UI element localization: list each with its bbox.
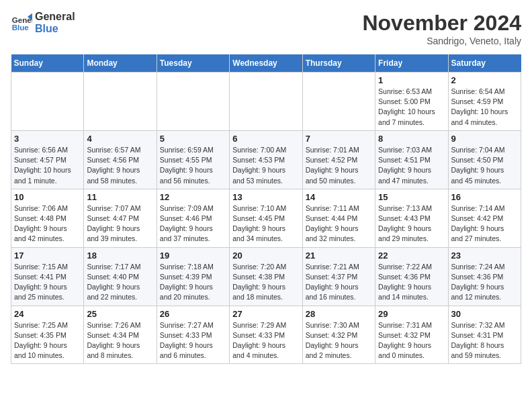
day-info: Sunrise: 7:15 AM Sunset: 4:41 PM Dayligh… [14, 262, 81, 303]
day-number: 25 [87, 309, 153, 319]
day-number: 27 [232, 309, 299, 319]
page-header: General Blue General Blue November 2024 … [11, 11, 521, 46]
day-info: Sunrise: 7:10 AM Sunset: 4:45 PM Dayligh… [232, 203, 299, 244]
calendar-cell: 26Sunrise: 7:27 AM Sunset: 4:33 PM Dayli… [157, 306, 229, 364]
day-number: 22 [378, 250, 445, 261]
calendar-cell: 14Sunrise: 7:11 AM Sunset: 4:44 PM Dayli… [302, 189, 375, 247]
logo-icon: General Blue [11, 12, 32, 34]
calendar-cell: 11Sunrise: 7:07 AM Sunset: 4:47 PM Dayli… [84, 189, 157, 247]
calendar-cell: 21Sunrise: 7:21 AM Sunset: 4:37 PM Dayli… [302, 247, 375, 306]
calendar-cell: 1Sunrise: 6:53 AM Sunset: 5:00 PM Daylig… [375, 73, 448, 131]
calendar-week-row: 10Sunrise: 7:06 AM Sunset: 4:48 PM Dayli… [11, 189, 521, 247]
weekday-header: Thursday [302, 54, 375, 73]
day-info: Sunrise: 7:27 AM Sunset: 4:33 PM Dayligh… [160, 320, 226, 361]
calendar-cell [302, 73, 375, 131]
month-title: November 2024 [362, 11, 521, 36]
day-info: Sunrise: 7:13 AM Sunset: 4:43 PM Dayligh… [378, 203, 445, 244]
calendar-table: SundayMondayTuesdayWednesdayThursdayFrid… [11, 54, 521, 364]
weekday-header: Sunday [11, 54, 84, 73]
calendar-cell: 24Sunrise: 7:25 AM Sunset: 4:35 PM Dayli… [11, 306, 84, 364]
day-info: Sunrise: 6:59 AM Sunset: 4:55 PM Dayligh… [160, 145, 226, 186]
svg-text:Blue: Blue [12, 24, 30, 32]
calendar-cell: 7Sunrise: 7:01 AM Sunset: 4:52 PM Daylig… [302, 130, 375, 189]
day-number: 19 [160, 250, 226, 261]
day-info: Sunrise: 7:32 AM Sunset: 4:31 PM Dayligh… [451, 320, 518, 361]
weekday-header: Monday [84, 54, 157, 73]
calendar-cell: 18Sunrise: 7:17 AM Sunset: 4:40 PM Dayli… [84, 247, 157, 306]
calendar-cell: 20Sunrise: 7:20 AM Sunset: 4:38 PM Dayli… [230, 247, 302, 306]
day-number: 14 [306, 192, 372, 202]
day-info: Sunrise: 7:00 AM Sunset: 4:53 PM Dayligh… [232, 145, 299, 186]
weekday-header-row: SundayMondayTuesdayWednesdayThursdayFrid… [11, 54, 521, 73]
day-info: Sunrise: 7:25 AM Sunset: 4:35 PM Dayligh… [14, 320, 81, 361]
calendar-cell: 27Sunrise: 7:29 AM Sunset: 4:33 PM Dayli… [230, 306, 302, 364]
day-number: 8 [378, 134, 445, 144]
day-number: 26 [160, 309, 226, 319]
day-number: 7 [306, 134, 372, 144]
day-info: Sunrise: 7:14 AM Sunset: 4:42 PM Dayligh… [451, 203, 518, 244]
weekday-header: Friday [375, 54, 448, 73]
day-number: 4 [87, 134, 153, 144]
day-info: Sunrise: 6:54 AM Sunset: 4:59 PM Dayligh… [451, 87, 518, 128]
day-info: Sunrise: 7:01 AM Sunset: 4:52 PM Dayligh… [306, 145, 372, 186]
day-number: 21 [306, 250, 372, 261]
day-info: Sunrise: 6:56 AM Sunset: 4:57 PM Dayligh… [14, 145, 81, 186]
location: Sandrigo, Veneto, Italy [362, 36, 521, 46]
day-number: 5 [160, 134, 226, 144]
day-info: Sunrise: 6:57 AM Sunset: 4:56 PM Dayligh… [87, 145, 153, 186]
day-number: 18 [87, 250, 153, 261]
calendar-cell: 30Sunrise: 7:32 AM Sunset: 4:31 PM Dayli… [448, 306, 521, 364]
day-number: 13 [232, 192, 299, 202]
day-number: 24 [14, 309, 81, 319]
calendar-week-row: 24Sunrise: 7:25 AM Sunset: 4:35 PM Dayli… [11, 306, 521, 364]
calendar-week-row: 17Sunrise: 7:15 AM Sunset: 4:41 PM Dayli… [11, 247, 521, 306]
day-number: 28 [306, 309, 372, 319]
day-number: 29 [378, 309, 445, 319]
day-number: 3 [14, 134, 81, 144]
calendar-week-row: 3Sunrise: 6:56 AM Sunset: 4:57 PM Daylig… [11, 130, 521, 189]
day-number: 17 [14, 250, 81, 261]
day-number: 16 [451, 192, 518, 202]
calendar-cell: 12Sunrise: 7:09 AM Sunset: 4:46 PM Dayli… [157, 189, 229, 247]
day-info: Sunrise: 7:09 AM Sunset: 4:46 PM Dayligh… [160, 203, 226, 244]
calendar-cell: 8Sunrise: 7:03 AM Sunset: 4:51 PM Daylig… [375, 130, 448, 189]
day-info: Sunrise: 7:07 AM Sunset: 4:47 PM Dayligh… [87, 203, 153, 244]
day-number: 11 [87, 192, 153, 202]
calendar-cell: 3Sunrise: 6:56 AM Sunset: 4:57 PM Daylig… [11, 130, 84, 189]
calendar-cell: 5Sunrise: 6:59 AM Sunset: 4:55 PM Daylig… [157, 130, 229, 189]
day-number: 1 [378, 75, 445, 85]
calendar-cell [84, 73, 157, 131]
calendar-week-row: 1Sunrise: 6:53 AM Sunset: 5:00 PM Daylig… [11, 73, 521, 131]
calendar-cell: 13Sunrise: 7:10 AM Sunset: 4:45 PM Dayli… [230, 189, 302, 247]
day-number: 12 [160, 192, 226, 202]
calendar-cell: 4Sunrise: 6:57 AM Sunset: 4:56 PM Daylig… [84, 130, 157, 189]
calendar-cell [11, 73, 84, 131]
calendar-cell: 10Sunrise: 7:06 AM Sunset: 4:48 PM Dayli… [11, 189, 84, 247]
day-info: Sunrise: 7:22 AM Sunset: 4:36 PM Dayligh… [378, 262, 445, 303]
day-number: 23 [451, 250, 518, 261]
calendar-cell: 22Sunrise: 7:22 AM Sunset: 4:36 PM Dayli… [375, 247, 448, 306]
weekday-header: Tuesday [157, 54, 229, 73]
day-number: 15 [378, 192, 445, 202]
title-block: November 2024 Sandrigo, Veneto, Italy [362, 11, 521, 46]
calendar-cell: 2Sunrise: 6:54 AM Sunset: 4:59 PM Daylig… [448, 73, 521, 131]
calendar-cell [230, 73, 302, 131]
day-info: Sunrise: 7:06 AM Sunset: 4:48 PM Dayligh… [14, 203, 81, 244]
calendar-cell: 28Sunrise: 7:30 AM Sunset: 4:32 PM Dayli… [302, 306, 375, 364]
day-info: Sunrise: 7:30 AM Sunset: 4:32 PM Dayligh… [306, 320, 372, 361]
calendar-cell: 6Sunrise: 7:00 AM Sunset: 4:53 PM Daylig… [230, 130, 302, 189]
day-info: Sunrise: 7:04 AM Sunset: 4:50 PM Dayligh… [451, 145, 518, 186]
day-info: Sunrise: 7:17 AM Sunset: 4:40 PM Dayligh… [87, 262, 153, 303]
calendar-cell: 29Sunrise: 7:31 AM Sunset: 4:32 PM Dayli… [375, 306, 448, 364]
calendar-cell: 25Sunrise: 7:26 AM Sunset: 4:34 PM Dayli… [84, 306, 157, 364]
day-info: Sunrise: 6:53 AM Sunset: 5:00 PM Dayligh… [378, 87, 445, 128]
day-number: 30 [451, 309, 518, 319]
day-info: Sunrise: 7:24 AM Sunset: 4:36 PM Dayligh… [451, 262, 518, 303]
day-number: 2 [451, 75, 518, 85]
calendar-cell: 16Sunrise: 7:14 AM Sunset: 4:42 PM Dayli… [448, 189, 521, 247]
calendar-cell: 19Sunrise: 7:18 AM Sunset: 4:39 PM Dayli… [157, 247, 229, 306]
calendar-cell: 17Sunrise: 7:15 AM Sunset: 4:41 PM Dayli… [11, 247, 84, 306]
day-info: Sunrise: 7:11 AM Sunset: 4:44 PM Dayligh… [306, 203, 372, 244]
day-number: 20 [232, 250, 299, 261]
calendar-cell: 15Sunrise: 7:13 AM Sunset: 4:43 PM Dayli… [375, 189, 448, 247]
